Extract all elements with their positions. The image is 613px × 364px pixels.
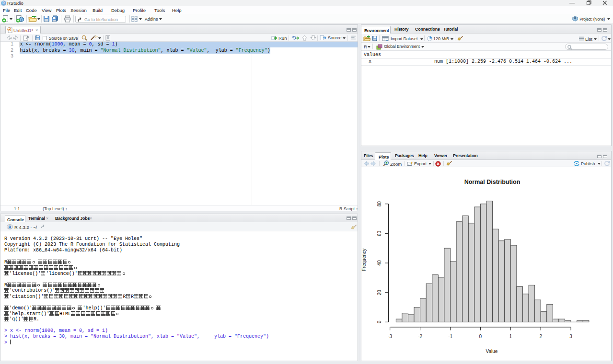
svg-text:3: 3 [569, 334, 572, 339]
svg-text:R: R [2, 1, 5, 5]
svg-text:0: 0 [377, 320, 382, 323]
svg-text:2: 2 [539, 334, 542, 339]
svg-text:0: 0 [479, 334, 482, 339]
svg-text:80: 80 [377, 201, 382, 207]
svg-text:1: 1 [509, 334, 512, 339]
svg-text:-2: -2 [418, 334, 422, 339]
svg-text:60: 60 [377, 230, 382, 236]
svg-text:R: R [574, 17, 576, 20]
svg-text:R: R [8, 225, 12, 229]
svg-text:-3: -3 [388, 334, 392, 339]
svg-text:-1: -1 [448, 334, 452, 339]
svg-text:Normal Distribution: Normal Distribution [464, 179, 520, 185]
svg-text:20: 20 [377, 290, 382, 296]
svg-text:40: 40 [377, 260, 382, 266]
svg-text:Value: Value [486, 349, 498, 354]
svg-text:Frequency: Frequency [361, 249, 367, 271]
